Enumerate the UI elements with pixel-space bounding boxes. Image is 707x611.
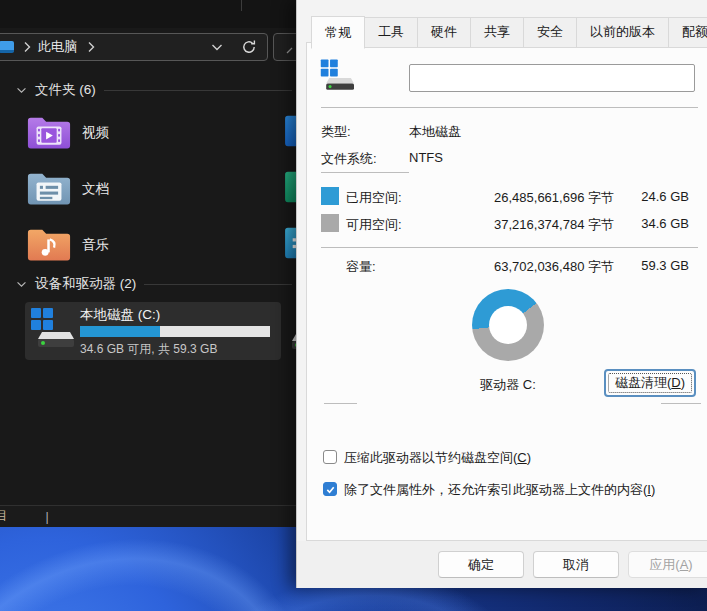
videos-folder-icon bbox=[26, 114, 72, 152]
folder-label: 文档 bbox=[82, 180, 109, 198]
toolbar-divider bbox=[241, 0, 242, 11]
folders-section-label: 文件夹 (6) bbox=[35, 81, 96, 99]
allow-indexing-label: 除了文件属性外，还允许索引此驱动器上文件的内容(I) bbox=[344, 481, 655, 499]
address-bar[interactable]: 此电脑 bbox=[0, 33, 268, 61]
compress-drive-checkbox[interactable] bbox=[323, 450, 337, 464]
type-label: 类型: bbox=[321, 123, 351, 141]
drive-item-local-disk-c[interactable]: 本地磁盘 (C:) 34.6 GB 可用, 共 59.3 GB bbox=[25, 302, 281, 360]
folder-item-documents[interactable]: 文档 bbox=[20, 162, 270, 216]
volume-label-input[interactable] bbox=[409, 64, 695, 92]
this-pc-icon bbox=[0, 41, 14, 53]
tab-quota[interactable]: 配额 bbox=[669, 17, 707, 48]
apply-button[interactable]: 应用(A) bbox=[628, 551, 707, 578]
capacity-size: 59.3 GB bbox=[619, 258, 689, 273]
free-space-label: 可用空间: bbox=[346, 216, 402, 234]
legend-swatch bbox=[321, 214, 339, 232]
compress-drive-label: 压缩此驱动器以节约磁盘空间(C) bbox=[344, 449, 531, 467]
tab-hardware[interactable]: 硬件 bbox=[418, 17, 471, 48]
address-dropdown-chevron-icon[interactable] bbox=[211, 43, 223, 51]
drive-usage-bar bbox=[80, 326, 270, 337]
legend-swatch bbox=[321, 187, 339, 205]
drive-name: 本地磁盘 (C:) bbox=[80, 306, 160, 324]
local-disk-icon bbox=[29, 306, 75, 350]
documents-folder-icon bbox=[26, 170, 72, 208]
tab-general[interactable]: 常规 bbox=[311, 16, 365, 49]
breadcrumb-this-pc[interactable]: 此电脑 bbox=[38, 38, 77, 56]
compress-drive-checkbox-row[interactable]: 压缩此驱动器以节约磁盘空间(C) bbox=[323, 449, 531, 467]
drive-caption: 驱动器 C: bbox=[448, 376, 568, 394]
disk-properties-dialog: 常规 工具 硬件 共享 安全 以前的版本 配额 类型: 本地磁盘 文件系统: N… bbox=[296, 0, 707, 588]
status-separator: | bbox=[46, 510, 49, 524]
type-value: 本地磁盘 bbox=[409, 123, 461, 141]
refresh-icon[interactable] bbox=[241, 39, 257, 55]
tab-previous-versions[interactable]: 以前的版本 bbox=[577, 17, 669, 48]
ok-button[interactable]: 确定 bbox=[438, 551, 524, 578]
folder-label: 音乐 bbox=[82, 236, 109, 254]
capacity-bytes: 63,702,036,480 字节 bbox=[447, 258, 614, 276]
used-space-label: 已用空间: bbox=[346, 189, 402, 207]
chevron-right-icon bbox=[23, 41, 31, 53]
tab-tools[interactable]: 工具 bbox=[365, 17, 418, 48]
check-icon bbox=[325, 484, 336, 495]
explorer-command-bar bbox=[0, 0, 300, 28]
disk-usage-donut bbox=[472, 289, 544, 361]
folder-label: 视频 bbox=[82, 124, 109, 142]
separator bbox=[321, 107, 698, 108]
used-space-size: 24.6 GB bbox=[619, 189, 689, 204]
allow-indexing-checkbox-row[interactable]: 除了文件属性外，还允许索引此驱动器上文件的内容(I) bbox=[323, 481, 655, 499]
capacity-label: 容量: bbox=[346, 258, 376, 276]
chevron-down-icon[interactable] bbox=[16, 281, 27, 288]
filesystem-label: 文件系统: bbox=[321, 150, 377, 168]
chevron-right-icon bbox=[87, 41, 95, 53]
explorer-status-bar: 目 | bbox=[0, 505, 300, 527]
items-count-text-clipped: 目 bbox=[0, 508, 8, 525]
folder-item-music[interactable]: 音乐 bbox=[20, 218, 270, 272]
tab-security[interactable]: 安全 bbox=[524, 17, 577, 48]
cancel-button[interactable]: 取消 bbox=[533, 551, 619, 578]
chevron-down-icon[interactable] bbox=[16, 87, 27, 94]
filesystem-value: NTFS bbox=[409, 150, 443, 165]
drive-icon-small bbox=[319, 58, 355, 92]
section-divider bbox=[144, 284, 292, 285]
separator-fragment bbox=[324, 403, 357, 404]
folder-item-videos[interactable]: 视频 bbox=[20, 106, 270, 160]
screen: 此电脑 文件夹 (6) 视频 bbox=[0, 0, 707, 611]
separator-short bbox=[321, 172, 409, 173]
separator bbox=[321, 247, 698, 248]
folders-section-header[interactable]: 文件夹 (6) bbox=[16, 82, 292, 98]
allow-indexing-checkbox[interactable] bbox=[323, 482, 337, 496]
separator-fragment bbox=[661, 403, 701, 404]
music-folder-icon bbox=[26, 226, 72, 264]
drive-usage-caption: 34.6 GB 可用, 共 59.3 GB bbox=[80, 341, 217, 358]
used-space-bytes: 26,485,661,696 字节 bbox=[447, 189, 614, 207]
devices-section-label: 设备和驱动器 (2) bbox=[35, 275, 136, 293]
free-space-size: 34.6 GB bbox=[619, 216, 689, 231]
tab-sharing[interactable]: 共享 bbox=[471, 17, 524, 48]
section-divider bbox=[104, 90, 292, 91]
file-explorer-window: 此电脑 文件夹 (6) 视频 bbox=[0, 0, 300, 527]
free-space-bytes: 37,216,374,784 字节 bbox=[447, 216, 614, 234]
disk-cleanup-button[interactable]: 磁盘清理(D) bbox=[604, 369, 696, 397]
drive-usage-bar-fill bbox=[80, 326, 160, 337]
dialog-tab-strip: 常规 工具 硬件 共享 安全 以前的版本 配额 bbox=[311, 16, 707, 48]
devices-section-header[interactable]: 设备和驱动器 (2) bbox=[16, 276, 292, 292]
